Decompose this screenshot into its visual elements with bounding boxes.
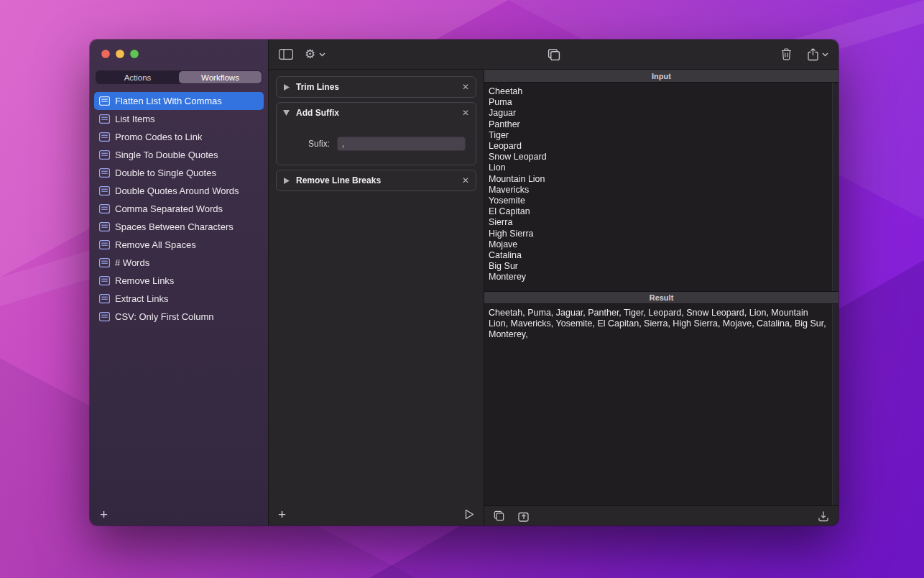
input-header-label: Input	[652, 72, 671, 81]
result-textarea: Cheetah, Puma, Jaguar, Panther, Tiger, L…	[484, 304, 838, 505]
workflow-icon	[99, 168, 110, 178]
chevron-down-icon	[319, 52, 325, 57]
step-options: Sufix:	[277, 123, 476, 165]
step-title: Add Suffix	[296, 108, 456, 118]
workflow-icon	[99, 258, 110, 267]
scrollbar-track[interactable]	[832, 304, 838, 505]
workflow-item[interactable]: Promo Codes to Link	[94, 128, 264, 146]
send-result-to-input-button[interactable]	[518, 510, 530, 522]
toolbar: ⚙	[269, 40, 838, 70]
workflow-icon	[99, 204, 110, 214]
input-line: Snow Leopard	[489, 152, 827, 162]
add-workflow-button[interactable]: +	[100, 508, 108, 521]
workflow-item[interactable]: Flatten List With Commas	[94, 92, 264, 110]
workflow-item[interactable]: # Words	[94, 254, 264, 272]
zoom-window-button[interactable]	[130, 50, 139, 58]
sidebar-toggle-icon	[279, 49, 293, 60]
workflow-icon	[99, 294, 110, 303]
workflow-item[interactable]: Extract Links	[94, 290, 264, 308]
sidebar: Actions Workflows Flatten List With Comm…	[90, 40, 268, 526]
step-header[interactable]: Add Suffix ✕	[277, 103, 476, 123]
remove-step-icon[interactable]: ✕	[462, 83, 469, 91]
workflow-item-label: List Items	[115, 114, 155, 124]
tab-actions[interactable]: Actions	[96, 71, 179, 83]
step-header[interactable]: Remove Line Breaks ✕	[277, 170, 476, 191]
input-line: Mojave	[489, 239, 827, 250]
tab-workflows[interactable]: Workflows	[179, 71, 262, 83]
workflow-item-label: Remove All Spaces	[115, 239, 196, 250]
workflow-item[interactable]: Double to Single Quotes	[94, 164, 264, 182]
workflow-item-label: Double to Single Quotes	[115, 168, 216, 178]
result-header: Result	[484, 291, 838, 304]
input-line: Sierra	[489, 217, 827, 228]
workflow-steps-panel: Trim Lines ✕ Add Suffix ✕ Sufix:	[269, 70, 484, 526]
input-line: Tiger	[489, 130, 827, 141]
copy-workflow-button[interactable]	[548, 48, 560, 61]
workflow-icon	[99, 150, 110, 160]
play-icon	[465, 509, 474, 520]
delete-button[interactable]	[781, 48, 792, 60]
step-title: Trim Lines	[296, 82, 456, 92]
input-textarea[interactable]: Cheetah Puma Jaguar Panther Tiger Leopar…	[484, 83, 838, 291]
add-step-button[interactable]: +	[278, 508, 286, 521]
export-result-button[interactable]	[818, 510, 829, 522]
remove-step-icon[interactable]: ✕	[462, 109, 469, 117]
input-line: El Capitan	[489, 206, 827, 217]
save-download-icon	[818, 510, 829, 522]
workflow-icon	[99, 96, 110, 106]
disclosure-expanded-icon[interactable]	[283, 110, 290, 116]
disclosure-collapsed-icon[interactable]	[283, 178, 290, 184]
workflow-item-label: Promo Codes to Link	[115, 132, 202, 142]
step-remove-line-breaks: Remove Line Breaks ✕	[276, 170, 476, 191]
send-result-to-input-icon	[518, 510, 530, 522]
minimize-window-button[interactable]	[116, 50, 124, 58]
result-header-label: Result	[650, 293, 674, 302]
sidebar-bottom-bar: +	[90, 503, 268, 526]
remove-step-icon[interactable]: ✕	[462, 176, 469, 185]
io-bottom-bar	[484, 505, 838, 526]
workflow-item[interactable]: CSV: Only First Column	[94, 308, 264, 326]
workflow-item-label: Extract Links	[115, 293, 168, 304]
workflow-icon	[99, 312, 110, 321]
workflow-item-label: Double Quotes Around Words	[115, 185, 239, 196]
toggle-sidebar-button[interactable]	[279, 49, 293, 60]
workflow-item[interactable]: Remove All Spaces	[94, 236, 264, 254]
input-line: Leopard	[489, 141, 827, 152]
workflow-item-label: Remove Links	[115, 275, 174, 286]
copy-icon	[548, 48, 560, 61]
run-workflow-button[interactable]	[465, 509, 474, 520]
settings-menu-button[interactable]: ⚙	[305, 48, 325, 60]
step-add-suffix: Add Suffix ✕ Sufix:	[276, 102, 476, 165]
workflow-item-label: # Words	[115, 257, 149, 268]
suffix-field-label: Sufix:	[277, 139, 330, 149]
disclosure-collapsed-icon[interactable]	[283, 84, 290, 91]
input-header: Input	[484, 70, 838, 83]
share-menu-button[interactable]	[808, 48, 828, 61]
workflow-icon	[99, 222, 110, 231]
input-line: Panther	[489, 119, 827, 130]
sidebar-mode-tabs: Actions Workflows	[96, 70, 262, 84]
scrollbar-track[interactable]	[832, 83, 838, 291]
workflow-item[interactable]: Double Quotes Around Words	[94, 182, 264, 200]
input-line: Yosemite	[489, 196, 827, 206]
workflow-item-label: Flatten List With Commas	[115, 96, 222, 106]
close-window-button[interactable]	[101, 50, 110, 58]
input-line: Mountain Lion	[489, 174, 827, 185]
chevron-down-icon	[822, 52, 828, 57]
workflow-icon	[99, 114, 110, 124]
workflow-item-label: Single To Double Quotes	[115, 150, 218, 160]
workflow-item[interactable]: List Items	[94, 110, 264, 128]
step-title: Remove Line Breaks	[296, 175, 456, 185]
input-line: Monterey	[489, 272, 827, 283]
input-line: Lion	[489, 162, 827, 173]
workflow-item[interactable]: Spaces Between Characters	[94, 218, 264, 236]
workflow-item[interactable]: Remove Links	[94, 272, 264, 290]
workflow-list: Flatten List With Commas List Items Prom…	[90, 92, 268, 326]
copy-result-button[interactable]	[494, 510, 504, 521]
copy-icon	[494, 510, 504, 521]
step-header[interactable]: Trim Lines ✕	[277, 77, 476, 97]
suffix-input[interactable]	[337, 137, 466, 151]
result-text: Cheetah, Puma, Jaguar, Panther, Tiger, L…	[489, 308, 827, 341]
workflow-item[interactable]: Comma Separated Words	[94, 200, 264, 218]
workflow-item[interactable]: Single To Double Quotes	[94, 146, 264, 164]
